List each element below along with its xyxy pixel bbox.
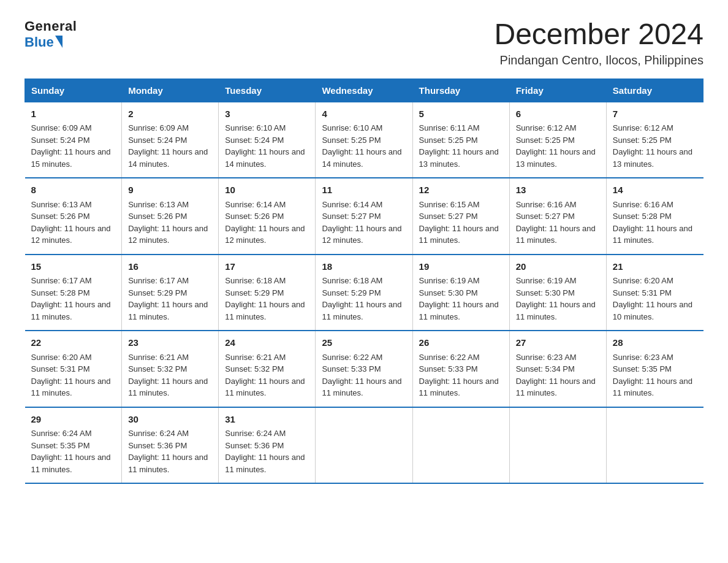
- day-cell: 23Sunrise: 6:21 AMSunset: 5:32 PMDayligh…: [122, 331, 219, 407]
- day-cell: 21Sunrise: 6:20 AMSunset: 5:31 PMDayligh…: [606, 255, 703, 331]
- day-cell: [606, 407, 703, 484]
- day-number: 23: [128, 336, 212, 350]
- day-number: 28: [613, 336, 697, 350]
- day-cell: 31Sunrise: 6:24 AMSunset: 5:36 PMDayligh…: [219, 407, 316, 484]
- day-cell: [509, 407, 606, 484]
- week-row-1: 1Sunrise: 6:09 AMSunset: 5:24 PMDaylight…: [25, 102, 703, 178]
- day-number: 2: [128, 107, 212, 121]
- day-cell: 17Sunrise: 6:18 AMSunset: 5:29 PMDayligh…: [219, 255, 316, 331]
- day-info: Sunrise: 6:20 AMSunset: 5:31 PMDaylight:…: [613, 275, 697, 323]
- day-number: 27: [516, 336, 600, 350]
- day-number: 15: [31, 260, 116, 274]
- day-cell: 15Sunrise: 6:17 AMSunset: 5:28 PMDayligh…: [25, 255, 122, 331]
- page-header: General Blue December 2024 Pindangan Cen…: [25, 18, 703, 67]
- day-info: Sunrise: 6:20 AMSunset: 5:31 PMDaylight:…: [31, 351, 116, 399]
- day-cell: 6Sunrise: 6:12 AMSunset: 5:25 PMDaylight…: [509, 102, 606, 178]
- day-info: Sunrise: 6:21 AMSunset: 5:32 PMDaylight:…: [128, 351, 212, 399]
- calendar-header: Sunday Monday Tuesday Wednesday Thursday…: [25, 79, 703, 102]
- day-cell: [316, 407, 412, 484]
- day-info: Sunrise: 6:21 AMSunset: 5:32 PMDaylight:…: [225, 351, 309, 399]
- day-cell: 30Sunrise: 6:24 AMSunset: 5:36 PMDayligh…: [122, 407, 219, 484]
- day-cell: 26Sunrise: 6:22 AMSunset: 5:33 PMDayligh…: [412, 331, 509, 407]
- day-info: Sunrise: 6:18 AMSunset: 5:29 PMDaylight:…: [322, 275, 406, 323]
- day-number: 26: [419, 336, 503, 350]
- day-info: Sunrise: 6:17 AMSunset: 5:28 PMDaylight:…: [31, 275, 116, 323]
- day-info: Sunrise: 6:19 AMSunset: 5:30 PMDaylight:…: [516, 275, 600, 323]
- header-sunday: Sunday: [25, 79, 122, 102]
- day-cell: 13Sunrise: 6:16 AMSunset: 5:27 PMDayligh…: [509, 178, 606, 255]
- day-info: Sunrise: 6:09 AMSunset: 5:24 PMDaylight:…: [31, 122, 116, 170]
- day-number: 6: [516, 107, 600, 121]
- logo-general-text: General: [25, 18, 77, 34]
- day-number: 12: [419, 183, 503, 197]
- day-number: 1: [31, 107, 116, 121]
- header-monday: Monday: [122, 79, 219, 102]
- day-info: Sunrise: 6:17 AMSunset: 5:29 PMDaylight:…: [128, 275, 212, 323]
- day-info: Sunrise: 6:14 AMSunset: 5:26 PMDaylight:…: [225, 199, 309, 247]
- day-number: 19: [419, 260, 503, 274]
- day-info: Sunrise: 6:10 AMSunset: 5:24 PMDaylight:…: [225, 122, 309, 170]
- day-cell: 28Sunrise: 6:23 AMSunset: 5:35 PMDayligh…: [606, 331, 703, 407]
- day-cell: 25Sunrise: 6:22 AMSunset: 5:33 PMDayligh…: [316, 331, 412, 407]
- day-number: 22: [31, 336, 116, 350]
- day-cell: 7Sunrise: 6:12 AMSunset: 5:25 PMDaylight…: [606, 102, 703, 178]
- day-info: Sunrise: 6:23 AMSunset: 5:35 PMDaylight:…: [613, 351, 697, 399]
- day-cell: 5Sunrise: 6:11 AMSunset: 5:25 PMDaylight…: [412, 102, 509, 178]
- day-number: 29: [31, 413, 116, 427]
- header-friday: Friday: [509, 79, 606, 102]
- day-number: 18: [322, 260, 406, 274]
- day-number: 11: [322, 183, 406, 197]
- day-cell: 18Sunrise: 6:18 AMSunset: 5:29 PMDayligh…: [316, 255, 412, 331]
- week-row-4: 22Sunrise: 6:20 AMSunset: 5:31 PMDayligh…: [25, 331, 703, 407]
- day-info: Sunrise: 6:16 AMSunset: 5:27 PMDaylight:…: [516, 199, 600, 247]
- day-info: Sunrise: 6:16 AMSunset: 5:28 PMDaylight:…: [613, 199, 697, 247]
- header-saturday: Saturday: [606, 79, 703, 102]
- day-cell: 8Sunrise: 6:13 AMSunset: 5:26 PMDaylight…: [25, 178, 122, 255]
- day-number: 24: [225, 336, 309, 350]
- day-cell: 11Sunrise: 6:14 AMSunset: 5:27 PMDayligh…: [316, 178, 412, 255]
- day-number: 17: [225, 260, 309, 274]
- day-cell: 16Sunrise: 6:17 AMSunset: 5:29 PMDayligh…: [122, 255, 219, 331]
- day-cell: 2Sunrise: 6:09 AMSunset: 5:24 PMDaylight…: [122, 102, 219, 178]
- day-info: Sunrise: 6:09 AMSunset: 5:24 PMDaylight:…: [128, 122, 212, 170]
- day-number: 5: [419, 107, 503, 121]
- day-number: 4: [322, 107, 406, 121]
- logo: General Blue: [25, 18, 77, 50]
- day-number: 10: [225, 183, 309, 197]
- day-info: Sunrise: 6:19 AMSunset: 5:30 PMDaylight:…: [419, 275, 503, 323]
- day-info: Sunrise: 6:24 AMSunset: 5:35 PMDaylight:…: [31, 427, 116, 475]
- day-cell: 3Sunrise: 6:10 AMSunset: 5:24 PMDaylight…: [219, 102, 316, 178]
- day-number: 31: [225, 413, 309, 427]
- day-info: Sunrise: 6:22 AMSunset: 5:33 PMDaylight:…: [322, 351, 406, 399]
- day-cell: 1Sunrise: 6:09 AMSunset: 5:24 PMDaylight…: [25, 102, 122, 178]
- day-info: Sunrise: 6:12 AMSunset: 5:25 PMDaylight:…: [613, 122, 697, 170]
- day-info: Sunrise: 6:18 AMSunset: 5:29 PMDaylight:…: [225, 275, 309, 323]
- day-cell: 22Sunrise: 6:20 AMSunset: 5:31 PMDayligh…: [25, 331, 122, 407]
- day-cell: 10Sunrise: 6:14 AMSunset: 5:26 PMDayligh…: [219, 178, 316, 255]
- day-cell: [412, 407, 509, 484]
- day-cell: 14Sunrise: 6:16 AMSunset: 5:28 PMDayligh…: [606, 178, 703, 255]
- day-info: Sunrise: 6:11 AMSunset: 5:25 PMDaylight:…: [419, 122, 503, 170]
- day-cell: 19Sunrise: 6:19 AMSunset: 5:30 PMDayligh…: [412, 255, 509, 331]
- calendar-title: December 2024: [494, 18, 703, 51]
- day-cell: 29Sunrise: 6:24 AMSunset: 5:35 PMDayligh…: [25, 407, 122, 484]
- day-info: Sunrise: 6:15 AMSunset: 5:27 PMDaylight:…: [419, 199, 503, 247]
- logo-triangle-icon: [55, 36, 63, 48]
- logo-blue-text: Blue: [25, 34, 54, 50]
- header-thursday: Thursday: [412, 79, 509, 102]
- day-info: Sunrise: 6:22 AMSunset: 5:33 PMDaylight:…: [419, 351, 503, 399]
- week-row-3: 15Sunrise: 6:17 AMSunset: 5:28 PMDayligh…: [25, 255, 703, 331]
- day-cell: 20Sunrise: 6:19 AMSunset: 5:30 PMDayligh…: [509, 255, 606, 331]
- day-info: Sunrise: 6:13 AMSunset: 5:26 PMDaylight:…: [31, 199, 116, 247]
- calendar-body: 1Sunrise: 6:09 AMSunset: 5:24 PMDaylight…: [25, 102, 703, 483]
- header-row: Sunday Monday Tuesday Wednesday Thursday…: [25, 79, 703, 102]
- header-wednesday: Wednesday: [316, 79, 412, 102]
- day-number: 7: [613, 107, 697, 121]
- day-number: 14: [613, 183, 697, 197]
- title-block: December 2024 Pindangan Centro, Ilocos, …: [494, 18, 703, 67]
- header-tuesday: Tuesday: [219, 79, 316, 102]
- calendar-subtitle: Pindangan Centro, Ilocos, Philippines: [494, 53, 703, 67]
- day-info: Sunrise: 6:24 AMSunset: 5:36 PMDaylight:…: [225, 427, 309, 475]
- day-cell: 9Sunrise: 6:13 AMSunset: 5:26 PMDaylight…: [122, 178, 219, 255]
- day-number: 16: [128, 260, 212, 274]
